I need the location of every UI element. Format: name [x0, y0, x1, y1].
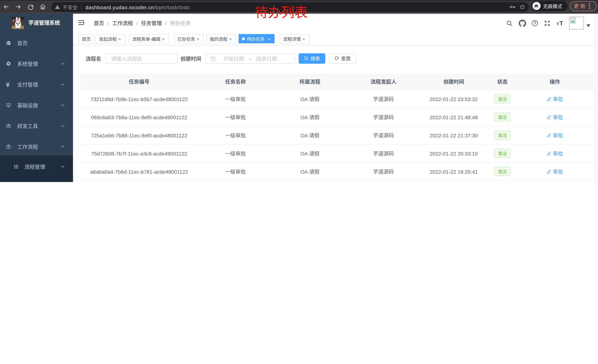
svg-text:T: T	[559, 20, 563, 26]
svg-text:T: T	[556, 22, 559, 26]
